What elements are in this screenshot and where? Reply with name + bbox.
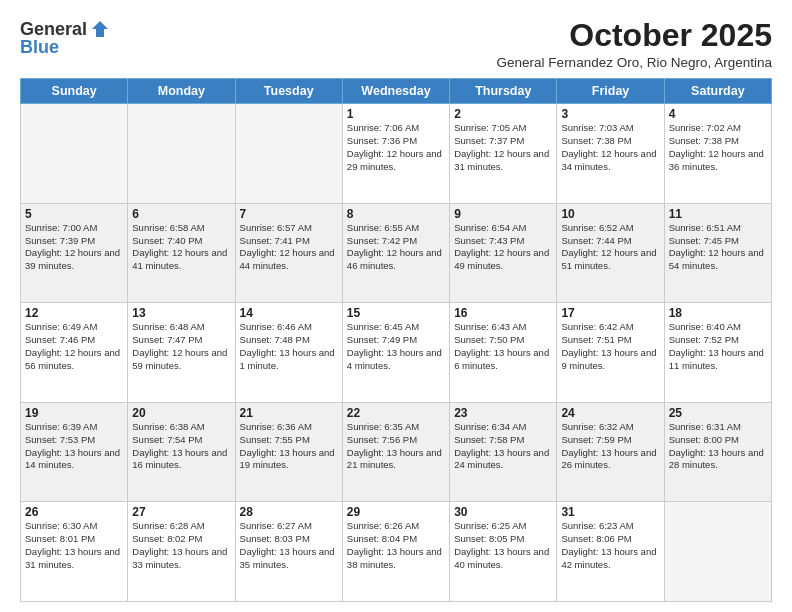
day-number: 14 <box>240 306 338 320</box>
day-number: 15 <box>347 306 445 320</box>
day-info: Sunrise: 6:49 AM Sunset: 7:46 PM Dayligh… <box>25 321 123 372</box>
day-number: 6 <box>132 207 230 221</box>
header-tuesday: Tuesday <box>235 79 342 104</box>
calendar-day-cell: 18Sunrise: 6:40 AM Sunset: 7:52 PM Dayli… <box>664 303 771 403</box>
calendar-day-cell: 22Sunrise: 6:35 AM Sunset: 7:56 PM Dayli… <box>342 402 449 502</box>
calendar-day-cell: 12Sunrise: 6:49 AM Sunset: 7:46 PM Dayli… <box>21 303 128 403</box>
calendar-day-cell: 7Sunrise: 6:57 AM Sunset: 7:41 PM Daylig… <box>235 203 342 303</box>
day-number: 17 <box>561 306 659 320</box>
header-wednesday: Wednesday <box>342 79 449 104</box>
calendar-day-cell: 29Sunrise: 6:26 AM Sunset: 8:04 PM Dayli… <box>342 502 449 602</box>
day-number: 18 <box>669 306 767 320</box>
calendar-day-cell: 8Sunrise: 6:55 AM Sunset: 7:42 PM Daylig… <box>342 203 449 303</box>
day-number: 28 <box>240 505 338 519</box>
calendar-week-row: 12Sunrise: 6:49 AM Sunset: 7:46 PM Dayli… <box>21 303 772 403</box>
day-info: Sunrise: 6:40 AM Sunset: 7:52 PM Dayligh… <box>669 321 767 372</box>
calendar-day-cell: 17Sunrise: 6:42 AM Sunset: 7:51 PM Dayli… <box>557 303 664 403</box>
day-number: 19 <box>25 406 123 420</box>
calendar-week-row: 26Sunrise: 6:30 AM Sunset: 8:01 PM Dayli… <box>21 502 772 602</box>
day-info: Sunrise: 6:32 AM Sunset: 7:59 PM Dayligh… <box>561 421 659 472</box>
day-info: Sunrise: 7:03 AM Sunset: 7:38 PM Dayligh… <box>561 122 659 173</box>
header-sunday: Sunday <box>21 79 128 104</box>
day-number: 3 <box>561 107 659 121</box>
day-number: 4 <box>669 107 767 121</box>
day-info: Sunrise: 6:38 AM Sunset: 7:54 PM Dayligh… <box>132 421 230 472</box>
day-info: Sunrise: 6:35 AM Sunset: 7:56 PM Dayligh… <box>347 421 445 472</box>
calendar-table: Sunday Monday Tuesday Wednesday Thursday… <box>20 78 772 602</box>
header-thursday: Thursday <box>450 79 557 104</box>
location-subtitle: General Fernandez Oro, Rio Negro, Argent… <box>497 55 772 70</box>
day-info: Sunrise: 6:57 AM Sunset: 7:41 PM Dayligh… <box>240 222 338 273</box>
calendar-week-row: 1Sunrise: 7:06 AM Sunset: 7:36 PM Daylig… <box>21 104 772 204</box>
calendar-day-cell: 5Sunrise: 7:00 AM Sunset: 7:39 PM Daylig… <box>21 203 128 303</box>
day-info: Sunrise: 6:23 AM Sunset: 8:06 PM Dayligh… <box>561 520 659 571</box>
calendar-day-cell: 10Sunrise: 6:52 AM Sunset: 7:44 PM Dayli… <box>557 203 664 303</box>
logo-icon <box>89 18 111 40</box>
day-info: Sunrise: 7:00 AM Sunset: 7:39 PM Dayligh… <box>25 222 123 273</box>
day-number: 16 <box>454 306 552 320</box>
calendar-day-cell: 14Sunrise: 6:46 AM Sunset: 7:48 PM Dayli… <box>235 303 342 403</box>
calendar-day-cell: 15Sunrise: 6:45 AM Sunset: 7:49 PM Dayli… <box>342 303 449 403</box>
day-number: 29 <box>347 505 445 519</box>
day-number: 26 <box>25 505 123 519</box>
svg-marker-0 <box>92 21 108 37</box>
calendar-day-cell: 31Sunrise: 6:23 AM Sunset: 8:06 PM Dayli… <box>557 502 664 602</box>
calendar-day-cell <box>235 104 342 204</box>
calendar-day-cell: 16Sunrise: 6:43 AM Sunset: 7:50 PM Dayli… <box>450 303 557 403</box>
day-info: Sunrise: 7:02 AM Sunset: 7:38 PM Dayligh… <box>669 122 767 173</box>
day-number: 23 <box>454 406 552 420</box>
title-block: October 2025 General Fernandez Oro, Rio … <box>497 18 772 70</box>
calendar-day-cell: 24Sunrise: 6:32 AM Sunset: 7:59 PM Dayli… <box>557 402 664 502</box>
day-info: Sunrise: 6:48 AM Sunset: 7:47 PM Dayligh… <box>132 321 230 372</box>
calendar-day-cell: 13Sunrise: 6:48 AM Sunset: 7:47 PM Dayli… <box>128 303 235 403</box>
day-info: Sunrise: 6:39 AM Sunset: 7:53 PM Dayligh… <box>25 421 123 472</box>
day-number: 11 <box>669 207 767 221</box>
header-friday: Friday <box>557 79 664 104</box>
day-info: Sunrise: 6:51 AM Sunset: 7:45 PM Dayligh… <box>669 222 767 273</box>
calendar-day-cell: 26Sunrise: 6:30 AM Sunset: 8:01 PM Dayli… <box>21 502 128 602</box>
calendar-week-row: 19Sunrise: 6:39 AM Sunset: 7:53 PM Dayli… <box>21 402 772 502</box>
calendar-day-cell: 1Sunrise: 7:06 AM Sunset: 7:36 PM Daylig… <box>342 104 449 204</box>
day-number: 2 <box>454 107 552 121</box>
calendar-day-cell: 30Sunrise: 6:25 AM Sunset: 8:05 PM Dayli… <box>450 502 557 602</box>
calendar-day-cell <box>664 502 771 602</box>
calendar-day-cell: 20Sunrise: 6:38 AM Sunset: 7:54 PM Dayli… <box>128 402 235 502</box>
day-info: Sunrise: 6:27 AM Sunset: 8:03 PM Dayligh… <box>240 520 338 571</box>
calendar-day-cell: 6Sunrise: 6:58 AM Sunset: 7:40 PM Daylig… <box>128 203 235 303</box>
day-number: 12 <box>25 306 123 320</box>
day-info: Sunrise: 6:28 AM Sunset: 8:02 PM Dayligh… <box>132 520 230 571</box>
day-number: 25 <box>669 406 767 420</box>
weekday-header-row: Sunday Monday Tuesday Wednesday Thursday… <box>21 79 772 104</box>
day-number: 20 <box>132 406 230 420</box>
day-number: 30 <box>454 505 552 519</box>
day-number: 7 <box>240 207 338 221</box>
day-info: Sunrise: 6:36 AM Sunset: 7:55 PM Dayligh… <box>240 421 338 472</box>
day-info: Sunrise: 6:58 AM Sunset: 7:40 PM Dayligh… <box>132 222 230 273</box>
day-info: Sunrise: 6:25 AM Sunset: 8:05 PM Dayligh… <box>454 520 552 571</box>
day-info: Sunrise: 6:30 AM Sunset: 8:01 PM Dayligh… <box>25 520 123 571</box>
calendar-day-cell: 23Sunrise: 6:34 AM Sunset: 7:58 PM Dayli… <box>450 402 557 502</box>
logo: General Blue <box>20 18 111 58</box>
calendar-day-cell: 9Sunrise: 6:54 AM Sunset: 7:43 PM Daylig… <box>450 203 557 303</box>
day-number: 22 <box>347 406 445 420</box>
calendar-day-cell: 3Sunrise: 7:03 AM Sunset: 7:38 PM Daylig… <box>557 104 664 204</box>
day-info: Sunrise: 7:05 AM Sunset: 7:37 PM Dayligh… <box>454 122 552 173</box>
calendar-day-cell: 28Sunrise: 6:27 AM Sunset: 8:03 PM Dayli… <box>235 502 342 602</box>
calendar-day-cell: 2Sunrise: 7:05 AM Sunset: 7:37 PM Daylig… <box>450 104 557 204</box>
day-info: Sunrise: 6:43 AM Sunset: 7:50 PM Dayligh… <box>454 321 552 372</box>
day-number: 1 <box>347 107 445 121</box>
day-info: Sunrise: 7:06 AM Sunset: 7:36 PM Dayligh… <box>347 122 445 173</box>
page-header: General Blue October 2025 General Fernan… <box>20 18 772 70</box>
calendar-day-cell: 21Sunrise: 6:36 AM Sunset: 7:55 PM Dayli… <box>235 402 342 502</box>
day-info: Sunrise: 6:54 AM Sunset: 7:43 PM Dayligh… <box>454 222 552 273</box>
header-monday: Monday <box>128 79 235 104</box>
day-number: 8 <box>347 207 445 221</box>
calendar-day-cell <box>128 104 235 204</box>
day-info: Sunrise: 6:42 AM Sunset: 7:51 PM Dayligh… <box>561 321 659 372</box>
day-number: 13 <box>132 306 230 320</box>
month-title: October 2025 <box>497 18 772 53</box>
calendar-day-cell: 19Sunrise: 6:39 AM Sunset: 7:53 PM Dayli… <box>21 402 128 502</box>
day-info: Sunrise: 6:46 AM Sunset: 7:48 PM Dayligh… <box>240 321 338 372</box>
day-info: Sunrise: 6:52 AM Sunset: 7:44 PM Dayligh… <box>561 222 659 273</box>
day-info: Sunrise: 6:55 AM Sunset: 7:42 PM Dayligh… <box>347 222 445 273</box>
